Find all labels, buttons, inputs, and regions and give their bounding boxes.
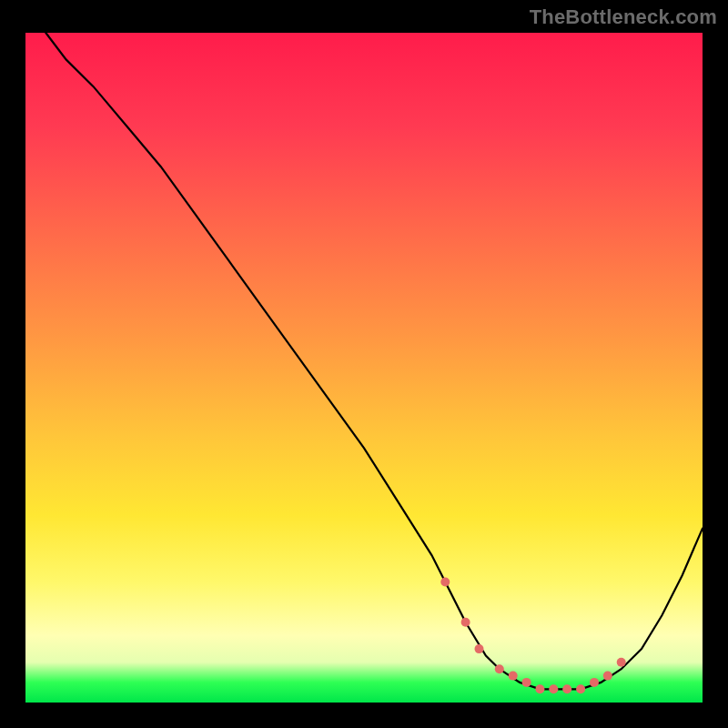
plot-area (25, 33, 703, 703)
optimal-dot (549, 684, 558, 693)
optimal-dot (590, 678, 599, 687)
optimal-dot (617, 658, 626, 667)
curve-svg (25, 33, 703, 703)
attribution-label: TheBottleneck.com (530, 5, 717, 29)
optimal-dot (562, 684, 571, 693)
chart-frame: TheBottleneck.com (0, 0, 728, 728)
optimal-dot (603, 672, 612, 681)
optimal-dot (461, 618, 470, 627)
optimal-dot (440, 578, 450, 587)
optimal-dot (509, 672, 518, 681)
optimal-dot (495, 664, 504, 673)
optimal-range-dots (440, 578, 625, 694)
optimal-dot (475, 644, 484, 653)
optimal-dot (576, 684, 585, 693)
bottleneck-curve (46, 33, 703, 689)
optimal-dot (522, 678, 531, 687)
optimal-dot (535, 684, 544, 693)
